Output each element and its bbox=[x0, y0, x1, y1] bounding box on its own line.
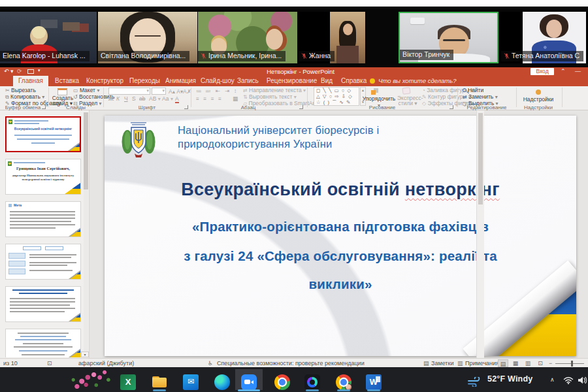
zoom-taskbar-icon[interactable] bbox=[241, 374, 257, 390]
drawing-dialog-launcher[interactable] bbox=[449, 105, 453, 109]
clear-format-button[interactable]: А✗ bbox=[183, 88, 191, 95]
display-settings-icon[interactable]: ⊡ bbox=[47, 360, 52, 367]
paragraph-dialog-launcher[interactable] bbox=[299, 105, 303, 109]
tab-slideshow[interactable]: Слайд-шоу bbox=[198, 76, 237, 86]
mail-taskbar-icon[interactable]: ✉ bbox=[183, 374, 199, 390]
thumbnail-scroll-down-icon[interactable]: ▾ bbox=[81, 351, 89, 357]
volume-icon[interactable] bbox=[578, 376, 588, 384]
thumbnail-slide-5[interactable] bbox=[5, 286, 81, 322]
thumbnail-slide-4[interactable] bbox=[5, 244, 81, 280]
underline-button[interactable]: Ч bbox=[124, 95, 128, 102]
slide-canvas[interactable]: Національний університет біоресурсів і п… bbox=[105, 116, 576, 356]
tab-zapis[interactable]: Запись bbox=[235, 76, 261, 86]
thumbnail-slide-3[interactable]: Мета bbox=[5, 201, 81, 237]
addins-button[interactable]: Надстройки bbox=[521, 96, 555, 103]
participant-tile-zhanna[interactable]: Жанна bbox=[297, 12, 366, 63]
zoom-out-button[interactable]: − bbox=[549, 360, 552, 367]
tab-retsenzirovanie[interactable]: Рецензирование bbox=[264, 76, 319, 86]
decrease-indent-button[interactable]: ⇤ bbox=[216, 88, 220, 94]
tell-me-box[interactable]: Что вы хотите сделать? bbox=[378, 76, 456, 86]
participant-tile-svitlana[interactable]: Світлана Володимирівна... bbox=[98, 12, 197, 63]
font-color-button[interactable]: А bbox=[175, 95, 179, 103]
undo-icon[interactable]: ↶ ▾ bbox=[4, 68, 14, 74]
ppt-main-area: Всеукраїнський освітній нетворкінг Грище… bbox=[0, 110, 588, 358]
tab-perekhody[interactable]: Переходы bbox=[127, 76, 163, 86]
participant-tile-iryna[interactable]: Ірина Мельник, Ірина... bbox=[198, 12, 297, 63]
participant-tile-viktor[interactable]: Віктор Тринчук bbox=[399, 12, 498, 63]
view-normal-button[interactable]: ▤ bbox=[498, 359, 508, 367]
font-dialog-launcher[interactable] bbox=[184, 105, 188, 109]
redo-icon[interactable]: ⟳ bbox=[17, 68, 22, 74]
qat-customize-icon[interactable]: ▾ bbox=[38, 68, 41, 73]
change-case-button[interactable]: Аа ▾ bbox=[162, 95, 173, 103]
background-frames bbox=[63, 22, 80, 31]
zoom-slider-thumb[interactable] bbox=[571, 361, 573, 367]
view-reading-button[interactable]: ▥ bbox=[523, 359, 533, 367]
line-spacing-button[interactable]: ↕ bbox=[234, 88, 237, 94]
tab-vid[interactable]: Вид bbox=[318, 76, 335, 86]
tab-konstruktor[interactable]: Конструктор bbox=[84, 76, 126, 86]
numbering-button[interactable]: ≕ bbox=[205, 88, 211, 94]
clipboard-dialog-launcher[interactable] bbox=[42, 105, 46, 109]
thumbnail-slide-2[interactable]: Грищенко Іван Сергійович, директор Навча… bbox=[5, 159, 81, 195]
view-slideshow-button[interactable]: ⊡ bbox=[535, 359, 546, 367]
participant-name-label: Elena Karolop - Luhansk ... bbox=[0, 51, 90, 61]
tray-chevron-icon[interactable]: ∧ bbox=[550, 376, 555, 383]
font-size-combobox[interactable] bbox=[152, 88, 166, 95]
bullets-button[interactable]: ≔ bbox=[196, 88, 202, 94]
tab-glavnaya[interactable]: Главная bbox=[13, 76, 48, 86]
columns-button[interactable]: ▦ bbox=[233, 95, 238, 102]
open-app-indicator bbox=[306, 389, 319, 391]
slide-area-scrollbar[interactable] bbox=[476, 110, 484, 358]
sign-in-button[interactable]: Вход bbox=[531, 68, 554, 75]
shapes-gallery[interactable]: ◻ ╲ ╲ ▭ ○ ◇ △ ▽ ○ ⇨ ⇩ ◇ ☆ ( ) ⌒ ∿ ✎ bbox=[314, 87, 359, 106]
accessibility-status[interactable]: Специальные возможности: проверьте реком… bbox=[217, 360, 365, 367]
italic-button[interactable]: К bbox=[116, 95, 120, 102]
edge-taskbar-icon[interactable] bbox=[214, 374, 230, 390]
scrollbar-thumb[interactable] bbox=[478, 113, 483, 204]
ribbon-display-options-icon[interactable]: ⌃ bbox=[561, 68, 566, 74]
alignment-buttons[interactable]: ≡ ≡ ≡ ≡ bbox=[196, 95, 223, 102]
participant-tile-elena[interactable]: Elena Karolop - Luhansk ... bbox=[0, 12, 97, 63]
find-button[interactable]: Найти bbox=[463, 87, 483, 93]
font-grow-shrink-buttons[interactable]: А▴ А▾ bbox=[169, 88, 183, 95]
webex-taskbar-icon[interactable] bbox=[304, 374, 320, 390]
notes-button[interactable]: Заметки bbox=[431, 360, 453, 367]
thumb-logo bbox=[8, 120, 12, 124]
thumbnail-scrollbar-thumb[interactable] bbox=[84, 112, 88, 189]
thumbnail-slide-6[interactable] bbox=[5, 329, 81, 357]
chrome-taskbar-icon[interactable] bbox=[274, 374, 290, 390]
ribbon-tab-row: Главная Вставка Конструктор Переходы Ани… bbox=[0, 76, 588, 86]
thumb-flag-corner bbox=[69, 270, 80, 279]
participant-name: Elena Karolop - Luhansk ... bbox=[3, 52, 86, 60]
font-name-combobox[interactable] bbox=[108, 88, 150, 95]
character-spacing-button[interactable]: АВ ▾ bbox=[149, 95, 161, 103]
tab-animatsiya[interactable]: Анимация bbox=[163, 76, 199, 86]
text-shadow-button[interactable]: S bbox=[132, 95, 136, 102]
participant-tile-tetiana[interactable]: Тетяна Анатоліївна С bbox=[500, 12, 588, 63]
language-indicator[interactable]: афарский (Джибути) bbox=[78, 360, 134, 367]
zoom-slider-track[interactable] bbox=[555, 363, 584, 364]
minimize-button[interactable]: — bbox=[575, 68, 581, 74]
thumb-flag-corner bbox=[69, 349, 80, 357]
tab-vstavka[interactable]: Вставка bbox=[52, 76, 82, 86]
chrome-profile-taskbar-icon[interactable] bbox=[336, 374, 351, 390]
comments-button[interactable]: Примечания bbox=[465, 360, 499, 367]
bold-button[interactable]: Ж bbox=[108, 95, 114, 102]
ribbon: ✂ Вырезать ⧉ Копировать ▾ ✎ Формат по об… bbox=[0, 86, 588, 110]
strikethrough-button[interactable]: ab bbox=[139, 95, 145, 102]
thumbnail-slide-1[interactable]: Всеукраїнський освітній нетворкінг bbox=[5, 116, 81, 152]
tab-spravka[interactable]: Справка bbox=[338, 76, 369, 86]
excel-taskbar-icon[interactable]: X bbox=[120, 374, 136, 390]
view-slide-sorter-button[interactable]: ▦ bbox=[510, 359, 521, 367]
weather-widget[interactable]: 52°F Windy bbox=[487, 374, 532, 384]
increase-indent-button[interactable]: ⇥ bbox=[225, 88, 229, 94]
word-taskbar-icon[interactable]: W bbox=[366, 374, 382, 390]
wifi-icon[interactable] bbox=[563, 376, 574, 384]
search-highlight-flower-image[interactable] bbox=[67, 365, 115, 392]
group-label-slides: Слайды bbox=[56, 105, 95, 110]
participant-name: Жанна bbox=[309, 52, 331, 60]
file-explorer-taskbar-icon[interactable] bbox=[152, 374, 167, 390]
flag-page-curl bbox=[478, 274, 576, 356]
start-slideshow-icon[interactable] bbox=[27, 69, 34, 74]
